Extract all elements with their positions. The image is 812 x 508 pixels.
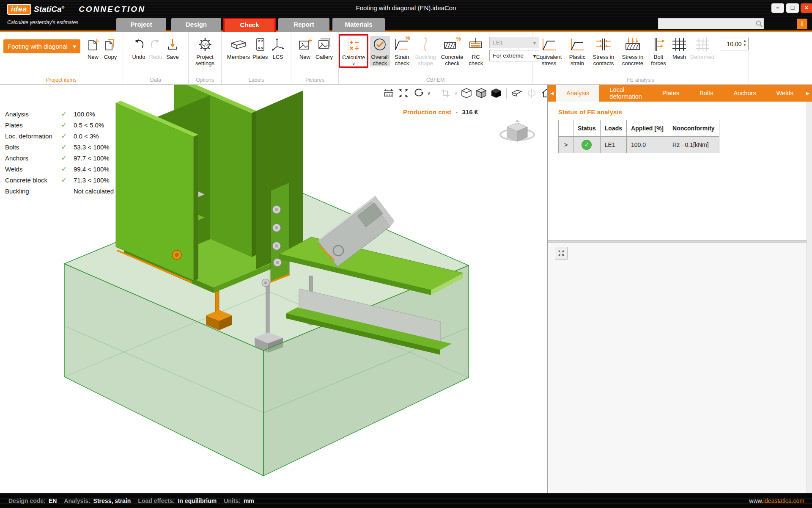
new-picture-icon (297, 36, 313, 53)
result-label: Bolts (5, 144, 61, 151)
zoom-fit-button[interactable] (398, 87, 409, 99)
fe-tab-plates[interactable]: Plates (652, 85, 689, 102)
mirror-view-button[interactable] (526, 87, 538, 99)
panel-scrollbar[interactable] (807, 102, 812, 493)
table-row[interactable]: > ✓ LE1 100.0 Rz - 0.1[kNm] (559, 137, 719, 153)
measure-button[interactable] (383, 87, 395, 99)
overall-check-button[interactable]: Overall check (370, 36, 390, 66)
tab-report[interactable]: Report (278, 18, 329, 32)
website-link[interactable]: www.ideastatica.com (749, 497, 804, 504)
ribbon-group-cbfem: Calculate ∨ Overall check % Strain check (339, 32, 532, 84)
overall-check-icon (370, 36, 389, 53)
window-title: Footing with diagonal (EN).ideaCon (0, 4, 812, 11)
group-label-project-items: Project items (0, 77, 123, 83)
copy-item-button[interactable]: Copy (103, 36, 118, 61)
load-effects-value: In equilibrium (178, 497, 217, 504)
rotate-view-button[interactable] (412, 87, 424, 99)
fe-tab-anchors[interactable]: Anchors (723, 85, 766, 102)
strain-check-icon: % (393, 36, 411, 53)
concrete-check-label: Concrete check (440, 54, 464, 66)
stress-in-contacts-button[interactable]: Stress in contacts (590, 36, 617, 66)
expand-panel-button[interactable] (555, 247, 568, 260)
project-item-selector[interactable]: Footing with diagonal ▾ (3, 39, 80, 53)
lcs-toggle-button[interactable]: LCS (270, 36, 285, 61)
save-icon (165, 36, 180, 53)
evaluation-select[interactable]: For extreme ▾ (489, 50, 539, 61)
tabs-scroll-right-icon[interactable]: ▶ (804, 85, 812, 102)
model-viewport[interactable]: ∨ ∨ (0, 85, 547, 493)
redo-button[interactable]: Redo (148, 36, 163, 61)
close-button[interactable]: × (801, 3, 812, 13)
fe-tab-bolts[interactable]: Bolts (689, 85, 723, 102)
gallery-button[interactable]: Gallery (315, 36, 333, 61)
search-box[interactable] (658, 18, 764, 29)
rotate-options-icon[interactable]: ∨ (427, 91, 431, 96)
calculate-button[interactable]: Calculate ∨ (342, 36, 365, 66)
solid-view-button[interactable] (490, 87, 502, 99)
overall-check-label: Overall check (370, 54, 390, 66)
spin-up-icon[interactable]: ▲ (743, 39, 746, 43)
new-item-button[interactable]: New (86, 36, 100, 61)
search-input[interactable] (658, 21, 755, 27)
plastic-strain-button[interactable]: Plastic strain (567, 36, 588, 66)
new-picture-button[interactable]: New (297, 36, 313, 61)
info-button[interactable]: i (797, 19, 807, 29)
cell-applied: 100.0 (627, 137, 668, 153)
row-expand-icon[interactable]: > (559, 137, 573, 153)
maximize-button[interactable]: □ (786, 3, 799, 13)
svg-text:%: % (456, 36, 461, 42)
new-item-label: New (88, 54, 99, 61)
solid-cube-icon (490, 87, 502, 99)
home-view-button[interactable] (540, 87, 547, 99)
load-effects-item: Load effects: In equilibrium (138, 497, 217, 504)
bolt-forces-button[interactable]: Bolt forces (649, 36, 668, 66)
ribbon-group-project-items: Footing with diagonal ▾ New Copy Project… (0, 32, 123, 84)
calculate-label: Calculate (342, 55, 365, 61)
concrete-check-icon: % (442, 36, 462, 53)
section-view-button[interactable] (511, 87, 523, 99)
fe-tab-analysis[interactable]: Analysis (556, 85, 599, 102)
spinner-arrows[interactable]: ▲▼ (743, 39, 746, 48)
buckling-shape-button[interactable]: Buckling shape (414, 36, 437, 66)
minimize-button[interactable]: – (771, 3, 784, 13)
members-toggle-button[interactable]: Members (227, 36, 250, 61)
tab-design[interactable]: Design (171, 18, 221, 32)
deformed-scale-spinner[interactable]: 10.00 ▲▼ (720, 38, 749, 50)
spin-down-icon[interactable]: ▼ (743, 43, 746, 47)
dropdown-arrow-icon: ▾ (73, 43, 76, 50)
copy-item-label: Copy (104, 54, 117, 61)
save-button[interactable]: Save (165, 36, 180, 61)
concrete-check-button[interactable]: % Concrete check (440, 36, 464, 66)
section-wedge-icon (511, 88, 523, 99)
pass-check-icon: ✓ (61, 164, 74, 174)
strain-check-button[interactable]: % Strain check (392, 36, 411, 66)
navigation-gizmo[interactable] (499, 115, 535, 151)
fe-tab-welds[interactable]: Welds (766, 85, 804, 102)
shaded-edges-view-button[interactable] (475, 87, 487, 99)
project-settings-button[interactable]: </> Project settings (193, 36, 217, 66)
tab-project[interactable]: Project (116, 18, 166, 32)
undo-button[interactable]: Undo (132, 36, 146, 61)
fe-tab-local-deformation[interactable]: Local deformation (599, 85, 652, 102)
plates-toggle-button[interactable]: Plates (252, 36, 268, 61)
clipping-button[interactable] (439, 87, 451, 99)
lcs-axes-icon (270, 36, 285, 53)
result-row-analysis: Analysis ✓ 100.0% (5, 108, 114, 119)
deformed-button[interactable]: Deformed (690, 36, 714, 61)
bolt-forces-label: Bolt forces (649, 54, 668, 66)
mesh-button[interactable]: Mesh (671, 36, 688, 61)
equivalent-stress-button[interactable]: Equivalent stress (534, 36, 564, 66)
mirror-view-icon (526, 88, 538, 99)
load-case-select[interactable]: LE1 ▾ (489, 37, 539, 48)
result-value: 0.5 < 5.0% (74, 121, 104, 129)
group-label-pictures: Pictures (291, 77, 338, 83)
stress-in-concrete-button[interactable]: Stress in concrete (619, 36, 646, 66)
tab-materials[interactable]: Materials (332, 18, 385, 32)
units-item: Units: mm (224, 497, 254, 504)
tabs-scroll-left-icon[interactable]: ◀ (548, 85, 556, 102)
tab-check[interactable]: Check (223, 18, 276, 32)
wireframe-view-button[interactable] (461, 87, 472, 99)
rc-check-button[interactable]: RC check (467, 36, 485, 66)
clipping-options-icon[interactable]: ∨ (454, 91, 458, 96)
evaluation-value: For extreme (493, 52, 524, 59)
